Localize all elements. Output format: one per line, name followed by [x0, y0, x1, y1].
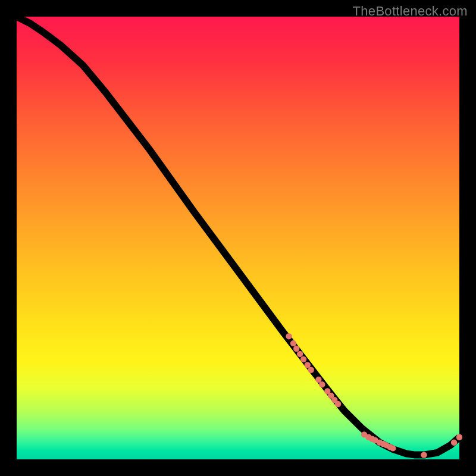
data-point: [421, 452, 427, 458]
data-point: [390, 445, 396, 451]
plot-area: [17, 17, 459, 459]
watermark-text: TheBottleneck.com: [353, 4, 468, 19]
data-points: [286, 333, 462, 458]
data-point: [297, 351, 303, 357]
data-point: [286, 333, 292, 339]
data-point: [319, 381, 325, 387]
data-point: [308, 367, 314, 373]
bottleneck-curve: [17, 17, 459, 455]
chart-svg: [17, 17, 459, 459]
data-point: [451, 440, 457, 446]
data-point: [456, 434, 462, 440]
data-point: [335, 401, 341, 407]
data-point: [293, 346, 299, 352]
data-point: [290, 340, 296, 346]
data-point: [300, 356, 306, 362]
chart-frame: TheBottleneck.com: [0, 0, 476, 476]
